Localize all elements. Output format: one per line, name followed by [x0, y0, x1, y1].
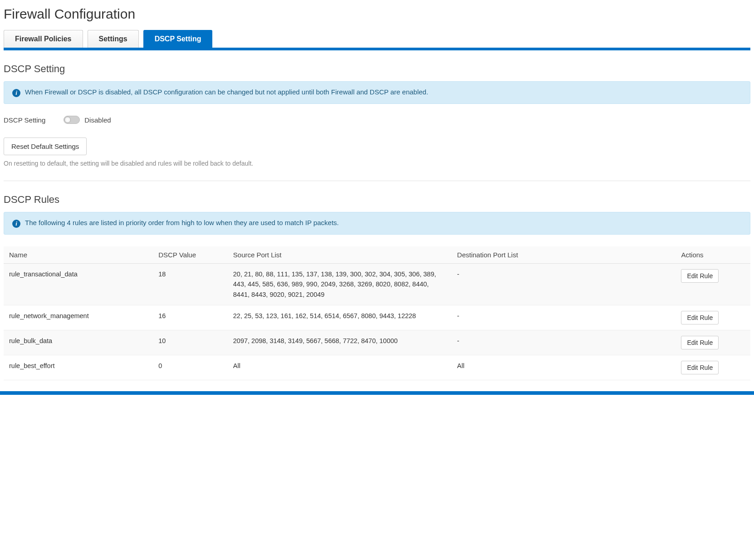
table-row: rule_transactional_data 18 20, 21, 80, 8… — [4, 264, 750, 305]
rule-dscp-value: 18 — [153, 264, 228, 305]
column-header-name: Name — [4, 246, 153, 264]
rule-destination-ports: - — [452, 330, 676, 355]
rule-destination-ports: All — [452, 355, 676, 380]
edit-rule-button[interactable]: Edit Rule — [681, 336, 719, 349]
column-header-actions: Actions — [676, 246, 750, 264]
rule-name: rule_bulk_data — [4, 330, 153, 355]
dscp-toggle[interactable] — [64, 116, 80, 124]
rule-dscp-value: 10 — [153, 330, 228, 355]
table-row: rule_best_effort 0 All All Edit Rule — [4, 355, 750, 380]
tab-bar: Firewall Policies Settings DSCP Setting — [4, 30, 750, 50]
edit-rule-button[interactable]: Edit Rule — [681, 311, 719, 324]
footer-accent-bar — [0, 391, 754, 395]
dscp-toggle-state: Disabled — [84, 116, 111, 124]
edit-rule-button[interactable]: Edit Rule — [681, 269, 719, 283]
section-divider — [4, 181, 750, 181]
tab-firewall-policies[interactable]: Firewall Policies — [4, 30, 83, 48]
edit-rule-button[interactable]: Edit Rule — [681, 361, 719, 374]
rule-source-ports: 2097, 2098, 3148, 3149, 5667, 5668, 7722… — [228, 330, 452, 355]
dscp-rules-table: Name DSCP Value Source Port List Destina… — [4, 246, 750, 380]
info-text-setting: When Firewall or DSCP is disabled, all D… — [25, 88, 428, 96]
info-banner-setting: i When Firewall or DSCP is disabled, all… — [4, 81, 750, 104]
tab-settings[interactable]: Settings — [88, 30, 139, 48]
reset-default-button[interactable]: Reset Default Settings — [4, 138, 87, 155]
rule-source-ports: 22, 25, 53, 123, 161, 162, 514, 6514, 65… — [228, 305, 452, 330]
rule-destination-ports: - — [452, 264, 676, 305]
rule-name: rule_best_effort — [4, 355, 153, 380]
column-header-destination-port-list: Destination Port List — [452, 246, 676, 264]
info-icon: i — [12, 220, 20, 228]
dscp-toggle-label: DSCP Setting — [4, 116, 45, 124]
section-heading-dscp-rules: DSCP Rules — [4, 194, 750, 206]
rule-name: rule_transactional_data — [4, 264, 153, 305]
rule-destination-ports: - — [452, 305, 676, 330]
page-title: Firewall Configuration — [4, 6, 750, 22]
rule-dscp-value: 0 — [153, 355, 228, 380]
reset-help-text: On resetting to default, the setting wil… — [4, 160, 750, 167]
dscp-toggle-row: DSCP Setting Disabled — [4, 116, 750, 124]
toggle-knob — [64, 117, 71, 123]
rule-dscp-value: 16 — [153, 305, 228, 330]
rule-source-ports: All — [228, 355, 452, 380]
column-header-dscp-value: DSCP Value — [153, 246, 228, 264]
table-row: rule_bulk_data 10 2097, 2098, 3148, 3149… — [4, 330, 750, 355]
rule-name: rule_network_management — [4, 305, 153, 330]
info-banner-rules: i The following 4 rules are listed in pr… — [4, 212, 750, 235]
rule-source-ports: 20, 21, 80, 88, 111, 135, 137, 138, 139,… — [228, 264, 452, 305]
info-text-rules: The following 4 rules are listed in prio… — [25, 219, 339, 226]
info-icon: i — [12, 89, 20, 97]
table-row: rule_network_management 16 22, 25, 53, 1… — [4, 305, 750, 330]
section-heading-dscp-setting: DSCP Setting — [4, 63, 750, 75]
column-header-source-port-list: Source Port List — [228, 246, 452, 264]
tab-dscp-setting[interactable]: DSCP Setting — [143, 30, 213, 48]
